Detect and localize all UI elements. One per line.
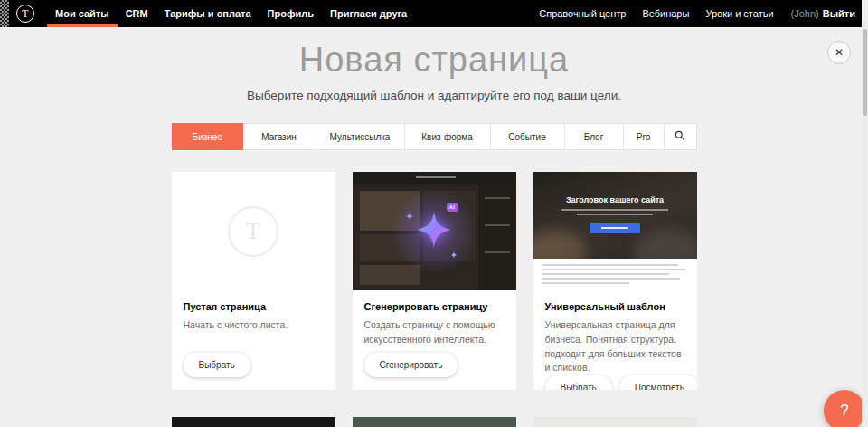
blank-page-preview: T: [172, 172, 335, 290]
template-thumbnail[interactable]: [172, 417, 335, 427]
scrollbar: [862, 0, 868, 427]
card-universal-template: Заголовок вашего сайта Универсальны: [533, 172, 697, 390]
user-name: (John): [791, 0, 819, 27]
tab-pro[interactable]: Pro: [624, 123, 665, 150]
tilda-ghost-logo-icon: T: [228, 206, 278, 257]
card-description: Универсальная страница для бизнеса. Поня…: [545, 318, 685, 375]
page-subtitle: Выберите подходящий шаблон и адаптируйте…: [172, 89, 697, 102]
content: Новая страница Выберите подходящий шабло…: [172, 41, 697, 427]
template-thumbnail[interactable]: [533, 417, 697, 427]
nav-invite-friend[interactable]: Пригласи друга: [322, 0, 415, 27]
universal-template-preview: Заголовок вашего сайта: [533, 172, 697, 290]
tab-multilink[interactable]: Мультиссылка: [316, 123, 405, 150]
preview-site-title: Заголовок вашего сайта: [533, 195, 697, 204]
drag-texture: [0, 0, 9, 27]
page-title: Новая страница: [172, 41, 697, 80]
nav-lessons[interactable]: Уроки и статьи: [697, 0, 781, 27]
tab-store[interactable]: Магазин: [243, 123, 316, 150]
secondary-nav: Справочный центр Вебинары Уроки и статьи: [531, 0, 781, 27]
nav-profile[interactable]: Профиль: [259, 0, 322, 27]
tab-blog[interactable]: Блог: [565, 123, 624, 150]
preview-cta-button: [590, 223, 640, 233]
sparkle-icon: [450, 246, 458, 262]
tab-quiz-form[interactable]: Квиз-форма: [405, 123, 491, 150]
generate-button[interactable]: Сгенерировать: [364, 353, 458, 377]
card-ai-generate: AI Сгенерировать страницу Создать страни…: [353, 172, 516, 390]
screen: T Мои сайты CRM Тарифы и оплата Профиль …: [0, 0, 868, 427]
choose-blank-button[interactable]: Выбрать: [184, 353, 250, 377]
nav-help-center[interactable]: Справочный центр: [531, 0, 634, 27]
choose-template-button[interactable]: Выбрать: [545, 375, 612, 390]
main-nav: Мои сайты CRM Тарифы и оплата Профиль Пр…: [47, 0, 415, 27]
card-body: Сгенерировать страницу Создать страницу …: [353, 290, 516, 390]
card-body: Универсальный шаблон Универсальная стран…: [533, 290, 697, 390]
nav-crm[interactable]: CRM: [118, 0, 156, 27]
template-tabs: Бизнес Магазин Мультиссылка Квиз-форма С…: [172, 123, 697, 150]
nav-webinars[interactable]: Вебинары: [634, 0, 697, 27]
tab-search[interactable]: [665, 123, 697, 150]
ai-badge: AI: [447, 203, 458, 212]
card-body: Пустая страница Начать с чистого листа. …: [172, 290, 335, 390]
topbar: T Мои сайты CRM Тарифы и оплата Профиль …: [0, 0, 868, 27]
help-button[interactable]: ?: [824, 390, 865, 427]
ai-star-icon: [414, 210, 454, 253]
view-template-button[interactable]: Посмотреть: [619, 375, 697, 390]
tilda-logo[interactable]: T: [16, 5, 34, 23]
ai-generate-preview: AI: [353, 172, 516, 290]
tab-business[interactable]: Бизнес: [172, 123, 243, 150]
template-grid: T Пустая страница Начать с чистого листа…: [172, 172, 697, 390]
card-title: Сгенерировать страницу: [364, 301, 505, 312]
nav-pricing[interactable]: Тарифы и оплата: [156, 0, 259, 27]
sparkle-icon: [405, 208, 414, 224]
nav-my-sites[interactable]: Мои сайты: [47, 0, 118, 27]
card-blank-page: T Пустая страница Начать с чистого листа…: [172, 172, 335, 390]
scrollbar-thumb[interactable]: [863, 29, 867, 116]
close-button[interactable]: ✕: [827, 41, 851, 64]
card-title: Универсальный шаблон: [545, 301, 685, 312]
logout-link[interactable]: Выйти: [823, 0, 855, 27]
tab-event[interactable]: Событие: [491, 123, 565, 150]
card-buttons: Выбрать: [184, 353, 324, 377]
card-buttons: Сгенерировать: [364, 353, 505, 377]
template-grid-row-2: [172, 417, 697, 427]
template-thumbnail[interactable]: [353, 417, 516, 427]
card-title: Пустая страница: [184, 301, 324, 312]
card-description: Создать страницу с помощью искусственног…: [364, 318, 505, 353]
search-icon: [675, 130, 685, 143]
card-buttons: Выбрать Посмотреть: [545, 375, 685, 390]
card-description: Начать с чистого листа.: [184, 318, 324, 353]
